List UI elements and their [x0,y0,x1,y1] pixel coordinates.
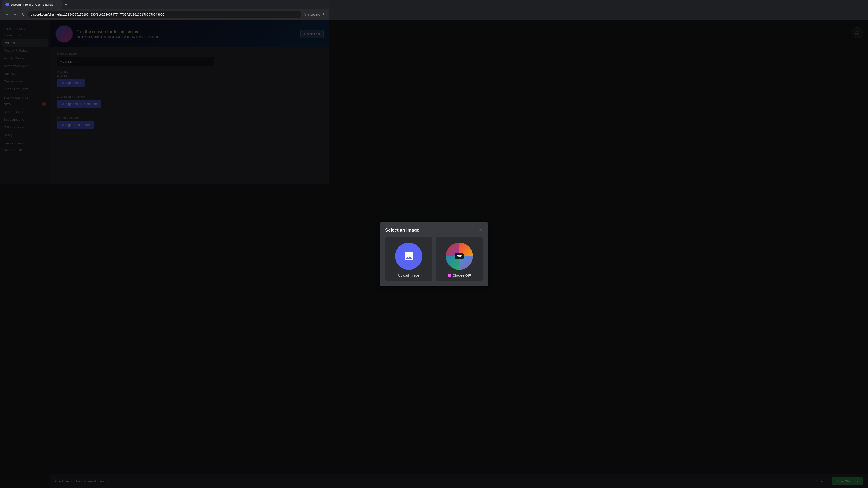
back-button[interactable]: ← [4,11,10,18]
star-icon[interactable]: ☆ [303,12,306,17]
refresh-button[interactable]: ↻ [20,11,26,18]
browser-chrome: Discord | Profiles | User Settings × + ←… [0,0,329,20]
active-tab[interactable]: Discord | Profiles | User Settings × [2,0,62,8]
incognito-label: Incognito [308,13,320,16]
tab-close-button[interactable]: × [55,3,59,6]
menu-icon[interactable]: ⋮ [322,12,326,17]
tab-title: Discord | Profiles | User Settings [11,3,53,6]
modal-overlay[interactable]: Select an Image × Upload Image [0,20,329,184]
new-tab-button[interactable]: + [63,1,69,8]
tab-bar: Discord | Profiles | User Settings × + [0,0,329,9]
forward-button[interactable]: → [12,11,18,18]
nav-actions: ☆ Incognito ⋮ [303,12,326,17]
tab-favicon [5,3,9,6]
address-bar[interactable]: discord.com/channels/1182346851781984336… [28,11,301,18]
nav-bar: ← → ↻ discord.com/channels/1182346851781… [0,9,329,20]
